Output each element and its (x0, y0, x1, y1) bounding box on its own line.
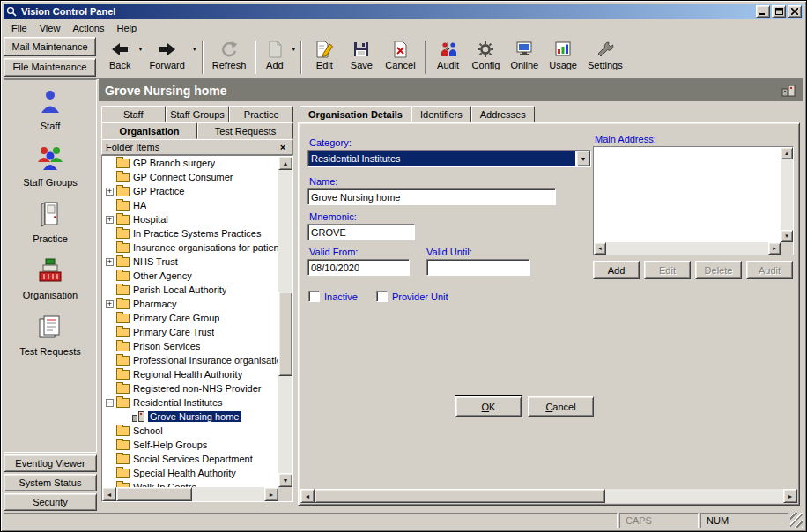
forward-button[interactable]: Forward ▾ (144, 38, 197, 77)
tree-item[interactable]: +Hospital (102, 212, 278, 226)
provider-unit-checkbox[interactable] (376, 291, 388, 302)
close-icon[interactable]: × (277, 142, 289, 152)
settings-button[interactable]: Settings (582, 38, 628, 77)
scroll-left-icon[interactable]: ◄ (102, 487, 116, 501)
tab-addresses[interactable]: Addresses (471, 106, 535, 122)
cancel-button[interactable]: Cancel (528, 396, 594, 417)
inactive-checkbox[interactable] (308, 291, 320, 302)
expand-plus-icon[interactable]: + (106, 300, 114, 308)
mail-maintenance-button[interactable]: Mail Maintenance (4, 37, 96, 56)
scroll-thumb[interactable] (315, 489, 605, 503)
tree-item[interactable]: Walk In Centre (102, 480, 278, 487)
scroll-up-icon[interactable]: ▲ (278, 156, 292, 170)
tree-item[interactable]: GP Branch surgery (102, 156, 278, 170)
maximize-button[interactable] (772, 5, 786, 18)
ok-button[interactable]: OK (455, 396, 522, 417)
tab-staff-groups[interactable]: Staff Groups (166, 106, 230, 122)
scroll-right-icon[interactable]: ► (264, 487, 278, 501)
online-button[interactable]: Online (505, 38, 544, 77)
refresh-button[interactable]: Refresh (207, 38, 252, 77)
tree-item[interactable]: Social Services Department (102, 452, 278, 466)
tree-item[interactable]: +Pharmacy (102, 297, 278, 311)
usage-button[interactable]: Usage (544, 38, 582, 77)
scroll-down-icon[interactable]: ▼ (781, 230, 793, 242)
tab-organisation[interactable]: Organisation (101, 122, 197, 139)
scroll-left-icon[interactable]: ◄ (594, 242, 606, 255)
scroll-down-icon[interactable]: ▼ (278, 473, 292, 487)
sidebar-item-staff[interactable]: Staff (37, 88, 63, 131)
forward-dropdown-icon[interactable]: ▾ (193, 45, 196, 53)
config-button[interactable]: Config (467, 38, 506, 77)
menu-file[interactable]: File (5, 21, 33, 35)
valid-from-field[interactable] (307, 259, 410, 276)
sidebar-item-test-requests[interactable]: Test Requests (19, 314, 81, 357)
tree-horizontal-scrollbar[interactable]: ◄ ► (102, 487, 278, 501)
expand-plus-icon[interactable]: + (106, 258, 114, 266)
scroll-track[interactable] (315, 489, 783, 503)
scroll-right-icon[interactable]: ► (768, 242, 781, 255)
tree-item[interactable]: Parish Local Authority (102, 283, 278, 297)
scroll-thumb[interactable] (116, 487, 192, 501)
address-add-button[interactable]: Add (593, 261, 640, 279)
tree-item[interactable]: School (102, 424, 278, 438)
close-button[interactable] (788, 5, 802, 18)
tree-item[interactable]: +GP Practice (102, 184, 278, 198)
back-dropdown-icon[interactable]: ▾ (138, 45, 142, 53)
tab-test-requests[interactable]: Test Requests (197, 122, 293, 139)
tree-item[interactable]: Professional Insurance organisatio (102, 353, 278, 367)
eventlog-viewer-button[interactable]: Eventlog Viewer (4, 454, 97, 472)
tab-identifiers[interactable]: Identifiers (411, 106, 471, 122)
tree-item[interactable]: HA (102, 198, 278, 212)
tree-item[interactable]: Primary Care Group (102, 311, 278, 325)
scroll-track[interactable] (781, 159, 793, 230)
menu-help[interactable]: Help (110, 21, 143, 35)
file-maintenance-button[interactable]: File Maintenance (4, 58, 96, 78)
tree-vertical-scrollbar[interactable]: ▲ ▼ (278, 156, 292, 487)
security-button[interactable]: Security (4, 493, 97, 511)
minimize-button[interactable] (756, 5, 770, 18)
system-status-button[interactable]: System Status (4, 474, 97, 491)
add-button[interactable]: Add ▾ (260, 38, 297, 77)
tab-organisation-details[interactable]: Organisation Details (300, 106, 411, 122)
scroll-left-icon[interactable]: ◄ (300, 489, 315, 503)
tree-item-selected[interactable]: Grove Nursing home (102, 410, 278, 424)
collapse-minus-icon[interactable]: − (106, 399, 114, 407)
scroll-right-icon[interactable]: ► (783, 489, 797, 503)
resize-grip[interactable] (790, 513, 803, 528)
scroll-thumb[interactable] (278, 292, 292, 376)
address-horizontal-scrollbar[interactable]: ◄ ► (594, 242, 781, 255)
tree-item[interactable]: Registered non-NHS Provider (102, 381, 278, 395)
scroll-track[interactable] (606, 242, 768, 255)
tree-item[interactable]: −Residential Institutes (102, 395, 278, 410)
sidebar-item-organisation[interactable]: Organisation (23, 257, 78, 300)
tree-item[interactable]: GP Connect Consumer (102, 170, 278, 184)
audit-button[interactable]: Audit (430, 38, 467, 77)
back-button[interactable]: Back ▾ (104, 38, 144, 77)
expand-plus-icon[interactable]: + (106, 216, 114, 224)
category-select[interactable]: Residential Institutes ▼ (307, 150, 591, 167)
name-field[interactable] (307, 188, 556, 205)
tree-item[interactable]: Self-Help Groups (102, 438, 278, 452)
tree-item[interactable]: In Practice Systems Practices (102, 226, 278, 240)
menu-view[interactable]: View (33, 21, 67, 35)
save-button[interactable]: Save (343, 38, 380, 77)
tab-practice[interactable]: Practice (229, 106, 293, 122)
tree-item[interactable]: Prison Services (102, 339, 278, 353)
tree-item[interactable]: Primary Care Trust (102, 325, 278, 339)
scroll-track[interactable] (116, 487, 264, 501)
main-address-list[interactable]: ▲ ▼ ◄ ► (593, 146, 794, 255)
cancel-button-toolbar[interactable]: Cancel (380, 38, 420, 77)
tree-item[interactable]: Regional Health Authority (102, 367, 278, 381)
menu-actions[interactable]: Actions (66, 21, 110, 35)
tab-staff[interactable]: Staff (101, 106, 166, 122)
address-vertical-scrollbar[interactable]: ▲ ▼ (781, 147, 793, 242)
add-dropdown-icon[interactable]: ▾ (292, 45, 295, 53)
chevron-down-icon[interactable]: ▼ (576, 151, 590, 166)
expand-plus-icon[interactable]: + (106, 188, 114, 196)
mnemonic-field[interactable] (307, 224, 415, 240)
sidebar-item-practice[interactable]: Practice (33, 201, 68, 244)
tree-item[interactable]: Other Agency (102, 269, 278, 283)
tree-item[interactable]: Insurance organisations for patien (102, 240, 278, 255)
edit-button[interactable]: Edit (306, 38, 343, 77)
tree-item[interactable]: Special Health Authority (102, 466, 278, 480)
